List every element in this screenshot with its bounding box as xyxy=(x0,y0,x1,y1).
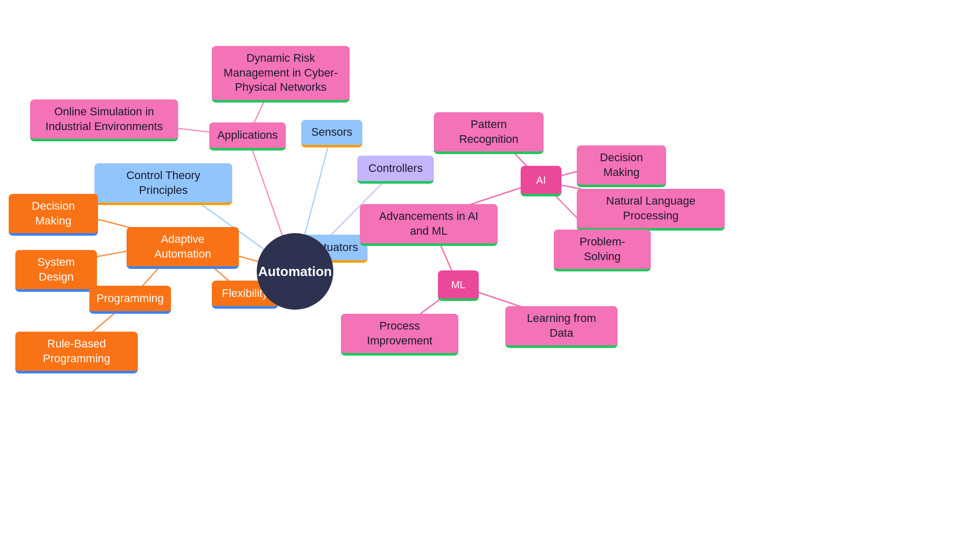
center-node: Automation xyxy=(257,233,333,310)
node-programming: Programming xyxy=(89,286,171,314)
node-problem-solving: Problem-Solving xyxy=(554,230,651,271)
node-natural-language: Natural Language Processing xyxy=(577,189,725,231)
node-ml: ML xyxy=(438,270,479,301)
node-learning-from-data: Learning from Data xyxy=(505,306,618,348)
node-dynamic-risk: Dynamic Risk Management in Cyber-Physica… xyxy=(212,46,350,103)
node-decision-making-left: Decision Making xyxy=(9,194,98,236)
node-advancements: Advancements in AI and ML xyxy=(360,204,498,246)
node-decision-making-right: Decision Making xyxy=(577,145,666,187)
node-controllers: Controllers xyxy=(357,156,434,184)
node-control-theory: Control Theory Principles xyxy=(94,163,232,205)
node-ai: AI xyxy=(521,166,561,196)
node-rule-based: Rule-Based Programming xyxy=(15,332,138,373)
node-process-improvement: Process Improvement xyxy=(341,314,458,356)
node-system-design: System Design xyxy=(15,250,97,292)
node-online-sim: Online Simulation in Industrial Environm… xyxy=(30,99,178,141)
node-pattern-recognition: Pattern Recognition xyxy=(434,112,544,154)
mindmap-canvas: Dynamic Risk Management in Cyber-Physica… xyxy=(0,0,980,551)
node-sensors: Sensors xyxy=(301,120,362,147)
node-applications: Applications xyxy=(209,122,286,151)
node-adaptive-auto: Adaptive Automation xyxy=(127,227,239,269)
connection-lines xyxy=(0,0,980,551)
